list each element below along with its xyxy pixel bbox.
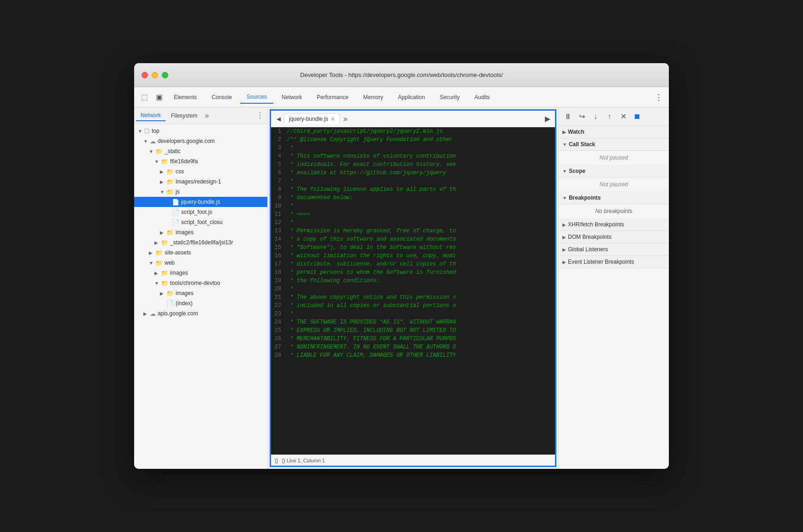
editor-tab-more-icon[interactable]: » bbox=[340, 115, 351, 123]
tree-item-images[interactable]: ▶ 📁 images bbox=[134, 227, 267, 237]
line-number: 4 bbox=[271, 152, 285, 160]
tree-item-images-redesign[interactable]: ▶ 📁 images/redesign-1 bbox=[134, 177, 267, 187]
xhr-breakpoints-section-header[interactable]: ▶ XHR/fetch Breakpoints bbox=[559, 219, 669, 231]
line-content: * NONINFRINGEMENT. IN NO EVENT SHALL THE… bbox=[285, 343, 555, 351]
tab-performance[interactable]: Performance bbox=[310, 91, 355, 103]
tree-item-tools-chrome[interactable]: ▼ 📁 tools/chrome-devtoo bbox=[134, 278, 267, 288]
line-number: 22 bbox=[271, 301, 285, 310]
status-format-icon: {} bbox=[275, 458, 278, 463]
tree-item-static[interactable]: ▼ 📁 _static bbox=[134, 146, 267, 156]
editor-panel: ◀ jquery-bundle.js × » ▶ 1//third_party/… bbox=[270, 109, 556, 467]
tree-item-jquery-bundle[interactable]: 📄 jquery-bundle.js bbox=[134, 197, 267, 207]
editor-tab-close-icon[interactable]: × bbox=[331, 116, 335, 122]
cloud-folder-icon: ☁ bbox=[150, 138, 156, 145]
tab-sources[interactable]: Sources bbox=[240, 91, 273, 104]
line-number: 19 bbox=[271, 277, 285, 285]
dom-breakpoints-section-header[interactable]: ▶ DOM Breakpoints bbox=[559, 231, 669, 243]
line-number: 7 bbox=[271, 177, 285, 185]
tree-item-js[interactable]: ▼ 📁 js bbox=[134, 187, 267, 197]
tab-memory[interactable]: Memory bbox=[357, 91, 390, 103]
code-line: 26 * MERCHANTABILITY, FITNESS FOR A PART… bbox=[271, 335, 555, 343]
tree-label: developers.google.com bbox=[158, 138, 215, 144]
global-listeners-section-header[interactable]: ▶ Global Listeners bbox=[559, 243, 669, 256]
close-button[interactable] bbox=[142, 72, 148, 78]
code-line: 9 * documented below: bbox=[271, 194, 555, 202]
tree-item-web-images[interactable]: ▶ 📁 images bbox=[134, 268, 267, 278]
folder-icon: 📁 bbox=[166, 290, 174, 297]
editor-run-snippet-icon[interactable]: ▶ bbox=[542, 113, 553, 124]
tree-item-apis-google[interactable]: ▶ ☁ apis.google.com bbox=[134, 308, 267, 319]
editor-status-bar: {} {} Line 1, Column 1 bbox=[271, 455, 555, 466]
line-content: * The following license applies to all p… bbox=[285, 185, 555, 194]
more-tabs-button[interactable]: ⋮ bbox=[652, 91, 665, 104]
tree-item-script-foot[interactable]: 📄 script_foot.js bbox=[134, 207, 267, 217]
tree-item-web[interactable]: ▼ 📁 web bbox=[134, 258, 267, 268]
tree-arrow: ▼ bbox=[160, 189, 166, 195]
line-content: * without limitation the rights to use, … bbox=[285, 252, 555, 260]
tree-item-site-assets[interactable]: ▶ 📁 site-assets bbox=[134, 248, 267, 258]
deactivate-breakpoints-icon[interactable]: ✕ bbox=[618, 111, 629, 122]
file-panel-menu-icon[interactable]: ⋮ bbox=[254, 111, 266, 120]
line-number: 3 bbox=[271, 144, 285, 152]
tree-label: web bbox=[165, 260, 175, 266]
tree-label: css bbox=[176, 168, 184, 175]
tree-item-developers-google[interactable]: ▼ ☁ developers.google.com bbox=[134, 136, 267, 146]
tree-arrow: ▶ bbox=[160, 179, 166, 184]
line-number: 5 bbox=[271, 160, 285, 169]
step-out-icon[interactable]: ↑ bbox=[604, 111, 615, 122]
line-number: 8 bbox=[271, 185, 285, 194]
step-over-icon[interactable]: ↪ bbox=[576, 111, 587, 122]
tree-label: _static2/f6e16de9fa/jsi13r bbox=[170, 239, 233, 246]
tab-filesystem[interactable]: Filesystem bbox=[166, 111, 202, 121]
breakpoints-section-header[interactable]: ▼ Breakpoints bbox=[559, 192, 669, 204]
tree-arrow: ▶ bbox=[160, 230, 166, 235]
editor-tab-jquery[interactable]: jquery-bundle.js × bbox=[284, 113, 340, 124]
code-editor[interactable]: 1//third_party/javascript/jquery2/jquery… bbox=[271, 127, 555, 455]
tab-security[interactable]: Security bbox=[433, 91, 466, 103]
watch-section-header[interactable]: ▶ Watch bbox=[559, 126, 669, 138]
more-file-tabs-icon[interactable]: » bbox=[203, 112, 211, 120]
tree-label: f6e16de9fa bbox=[170, 158, 198, 165]
editor-tab-prev-icon[interactable]: ◀ bbox=[273, 113, 284, 124]
tree-item-top[interactable]: ▼ ☐ top bbox=[134, 126, 267, 136]
tree-label: script_foot.js bbox=[181, 209, 212, 215]
editor-tabs: ◀ jquery-bundle.js × » ▶ bbox=[271, 111, 555, 127]
line-number: 2 bbox=[271, 136, 285, 144]
line-number: 24 bbox=[271, 318, 285, 326]
tab-console[interactable]: Console bbox=[205, 91, 238, 103]
tree-item-static2[interactable]: ▶ 📁 _static2/f6e16de9fa/jsi13r bbox=[134, 237, 267, 248]
device-toolbar-icon[interactable]: ▣ bbox=[153, 91, 165, 104]
minimize-button[interactable] bbox=[152, 72, 158, 78]
tree-item-hash[interactable]: ▼ 📁 f6e16de9fa bbox=[134, 156, 267, 166]
pause-on-exceptions-icon[interactable]: ⏹ bbox=[632, 111, 643, 122]
line-content: * LIABLE FOR ANY CLAIM, DAMAGES OR OTHER… bbox=[285, 351, 555, 360]
scope-section-header[interactable]: ▼ Scope bbox=[559, 165, 669, 177]
step-into-icon[interactable]: ↓ bbox=[590, 111, 601, 122]
pause-resume-icon[interactable]: ⏸ bbox=[562, 111, 573, 122]
tree-item-tools-images[interactable]: ▶ 📁 images bbox=[134, 288, 267, 298]
tree-item-script-foot-closure[interactable]: 📄 script_foot_closu bbox=[134, 217, 267, 227]
line-content: //third_party/javascript/jquery2/jquery2… bbox=[285, 127, 555, 136]
line-content: * bbox=[285, 202, 555, 210]
tab-network[interactable]: Network bbox=[136, 110, 165, 121]
code-line: 5 * individuals. For exact contribution … bbox=[271, 160, 555, 169]
tab-audits[interactable]: Audits bbox=[468, 91, 496, 103]
tab-elements[interactable]: Elements bbox=[167, 91, 203, 103]
line-content: /** @license Copyright jQuery Foundation… bbox=[285, 136, 555, 144]
tree-item-css[interactable]: ▶ 📁 css bbox=[134, 166, 267, 177]
event-listener-breakpoints-section-header[interactable]: ▶ Event Listener Breakpoints bbox=[559, 256, 669, 268]
code-line: 3 * bbox=[271, 144, 555, 152]
code-line: 19 * the following conditions: bbox=[271, 277, 555, 285]
tree-item-index[interactable]: 📄 (index) bbox=[134, 298, 267, 308]
maximize-button[interactable] bbox=[162, 72, 168, 78]
folder-icon: ☐ bbox=[144, 128, 150, 135]
tab-application[interactable]: Application bbox=[391, 91, 431, 103]
call-stack-section-header[interactable]: ▼ Call Stack bbox=[559, 138, 669, 151]
tree-label: jquery-bundle.js bbox=[181, 199, 220, 205]
scope-content: Not paused bbox=[559, 177, 669, 192]
global-arrow-icon: ▶ bbox=[562, 247, 566, 252]
inspect-element-icon[interactable]: ⬚ bbox=[138, 91, 151, 104]
event-arrow-icon: ▶ bbox=[562, 260, 566, 265]
line-number: 17 bbox=[271, 260, 285, 268]
tab-network[interactable]: Network bbox=[275, 91, 308, 103]
